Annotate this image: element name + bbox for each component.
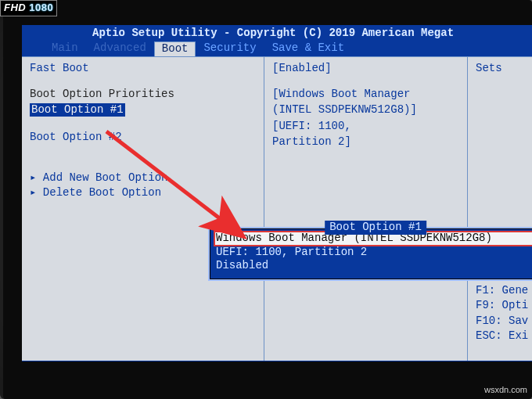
value-boot-option-2-l1: [UEFI: 1100, (272, 120, 461, 134)
value-boot-option-1-l1: [Windows Boot Manager (272, 88, 461, 102)
popup-option-disabled[interactable]: Disabled (214, 259, 532, 273)
tab-main[interactable]: Main (44, 41, 86, 56)
item-add-boot-option[interactable]: Add New Boot Option (30, 171, 257, 185)
tab-advanced[interactable]: Advanced (86, 41, 154, 56)
tab-save-exit[interactable]: Save & Exit (264, 41, 352, 56)
fhd-badge: FHD 1080 (0, 0, 57, 16)
bios-screen: Aptio Setup Utility - Copyright (C) 2019… (22, 25, 532, 361)
photo-background: FHD 1080 Aptio Setup Utility - Copyright… (0, 0, 532, 399)
menu-tabs: Main Advanced Boot Security Save & Exit (22, 41, 532, 56)
value-fast-boot: [Enabled] (272, 62, 461, 76)
popup-option-uefi-1100[interactable]: UEFI: 1100, Partition 2 (214, 246, 532, 260)
value-boot-option-2-l2: Partition 2] (272, 135, 461, 149)
body-panels: Fast Boot Boot Option Priorities Boot Op… (22, 56, 532, 361)
item-delete-boot-option[interactable]: Delete Boot Option (30, 186, 257, 200)
header-title: Aptio Setup Utility - Copyright (C) 2019… (22, 25, 532, 41)
item-fast-boot[interactable]: Fast Boot (30, 62, 257, 76)
boot-option-popup: Boot Option #1 Windows Boot Manager (INT… (208, 227, 532, 281)
watermark: wsxdn.com (484, 385, 527, 396)
help-panel: Sets +/-: Change F1: Gene F9: Opti F10: … (468, 57, 532, 361)
monitor-bezel: Aptio Setup Utility - Copyright (C) 2019… (3, 0, 532, 399)
key-hint-f9: F9: Opti (476, 299, 526, 313)
key-hint-f10: F10: Sav (476, 315, 526, 329)
heading-boot-priorities: Boot Option Priorities (30, 88, 257, 102)
tab-security[interactable]: Security (196, 41, 264, 56)
tab-boot[interactable]: Boot (154, 41, 196, 56)
key-hint-f1: F1: Gene (476, 284, 526, 298)
value-boot-option-1-l2: (INTEL SSDPEKNW512G8)] (272, 103, 461, 117)
item-boot-option-1[interactable]: Boot Option #1 (30, 103, 125, 117)
popup-title: Boot Option #1 (325, 221, 426, 235)
left-panel: Fast Boot Boot Option Priorities Boot Op… (22, 57, 264, 361)
values-panel: [Enabled] [Windows Boot Manager (INTEL S… (264, 57, 468, 361)
fhd-res: 1080 (29, 2, 53, 13)
item-boot-option-2[interactable]: Boot Option #2 (30, 131, 257, 145)
help-text: Sets (476, 62, 526, 76)
key-hint-esc: ESC: Exi (476, 329, 526, 343)
fhd-label: FHD (4, 2, 26, 13)
